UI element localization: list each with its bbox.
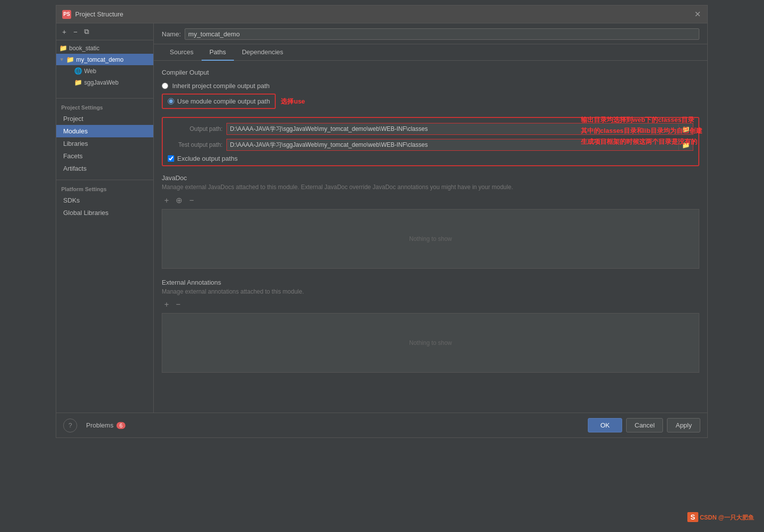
javadoc-add-from-btn[interactable]: ⊕ [173, 195, 185, 206]
radio-group: Inherit project compile output path Use … [162, 82, 699, 109]
apply-button[interactable]: Apply [667, 418, 700, 432]
tree-item-web[interactable]: 🌐 Web [56, 65, 153, 77]
sidebar-item-label: Facets [63, 152, 83, 160]
tab-sources[interactable]: Sources [162, 44, 202, 61]
exclude-checkbox[interactable] [168, 155, 174, 162]
radio-use[interactable] [168, 98, 174, 105]
name-input[interactable] [185, 28, 699, 40]
title-bar-left: PS Project Structure [62, 10, 123, 19]
sidebar-item-label: Global Libraries [63, 209, 109, 216]
add-module-button[interactable]: + [60, 27, 68, 37]
tree-item-label: Web [84, 68, 96, 75]
output-path-label: Output path: [168, 125, 222, 132]
sidebar-item-modules[interactable]: Modules [56, 125, 153, 137]
title-bar: PS Project Structure ✕ [56, 5, 707, 23]
dialog-title: Project Structure [75, 10, 123, 18]
radio-inherit[interactable] [162, 83, 168, 89]
annotation-line-1: 输出目录均选择到web下的classes目录 [581, 114, 702, 125]
javadoc-desc: Manage external JavaDocs attached to thi… [162, 184, 699, 191]
ext-annotations-remove-button[interactable]: − [173, 299, 183, 310]
problems-count-badge: 6 [116, 422, 125, 429]
bottom-bar: ? Problems 6 OK Cancel Apply [56, 413, 707, 437]
problems-panel[interactable]: Problems 6 [81, 420, 130, 431]
problems-label: Problems [86, 422, 113, 429]
ext-annotations-toolbar: + − [162, 299, 699, 310]
tree-item-book-static[interactable]: 📁 book_static [56, 42, 153, 54]
close-button[interactable]: ✕ [693, 10, 701, 18]
paths-content: Compiler Output Inherit project compile … [154, 61, 707, 413]
test-output-path-label: Test output path: [168, 141, 222, 148]
app-icon: PS [62, 10, 71, 19]
folder-icon: 📁 [74, 79, 82, 86]
cancel-button[interactable]: Cancel [626, 418, 663, 432]
ext-annotations-add-button[interactable]: + [162, 299, 171, 310]
tree-item-label: sggJavaWeb [84, 79, 118, 86]
name-label: Name: [162, 30, 181, 38]
copy-module-button[interactable]: ⧉ [82, 26, 91, 37]
javadoc-remove-button[interactable]: − [187, 195, 196, 206]
sidebar-item-label: Modules [63, 127, 88, 135]
project-settings-header: Project Settings [56, 102, 153, 112]
sidebar-item-global-libraries[interactable]: Global Libraries [56, 207, 153, 219]
sidebar-item-label: Project [63, 115, 83, 122]
ext-annotations-empty-list: Nothing to show [162, 313, 699, 373]
sidebar: + − ⧉ 📁 book_static ▼ 📁 my_tomcat_demo 🌐… [56, 23, 154, 413]
tab-dependencies[interactable]: Dependencies [234, 44, 291, 61]
folder-icon: 📁 [59, 44, 67, 52]
javadoc-title: JavaDoc [162, 174, 699, 182]
tabs-row: Sources Paths Dependencies [154, 44, 707, 61]
dialog-body: + − ⧉ 📁 book_static ▼ 📁 my_tomcat_demo 🌐… [56, 23, 707, 413]
platform-settings-header: Platform Settings [56, 183, 153, 194]
javadoc-empty-text: Nothing to show [409, 235, 452, 242]
javadoc-add-button[interactable]: + [162, 195, 171, 206]
ext-annotations-title: External Annotations [162, 279, 699, 286]
radio-row-use-wrapper: Use module compile output path 选择use [162, 94, 699, 109]
ok-button[interactable]: OK [588, 418, 622, 432]
sidebar-item-label: SDKs [63, 197, 80, 204]
tree-item-label: book_static [69, 45, 100, 52]
name-row: Name: [154, 23, 707, 44]
javadoc-section: JavaDoc Manage external JavaDocs attache… [162, 174, 699, 269]
javadoc-toolbar: + ⊕ − [162, 195, 699, 206]
bottom-left: ? Problems 6 [63, 419, 130, 432]
remove-module-button[interactable]: − [71, 27, 79, 37]
sidebar-item-project[interactable]: Project [56, 112, 153, 125]
radio-use-label: Use module compile output path [177, 98, 270, 105]
sidebar-item-facets[interactable]: Facets [56, 150, 153, 162]
use-module-box: Use module compile output path [162, 94, 276, 109]
tree-item-label: my_tomcat_demo [76, 56, 123, 63]
sidebar-item-artifacts[interactable]: Artifacts [56, 162, 153, 175]
module-tree: 📁 book_static ▼ 📁 my_tomcat_demo 🌐 Web 📁… [56, 40, 153, 90]
annotation-use-label: 选择use [281, 97, 305, 106]
folder-icon: 📁 [66, 56, 74, 63]
annotation-line-3: 生成项目框架的时候这两个目录是没有的 [581, 136, 702, 147]
chevron-down-icon: ▼ [59, 57, 64, 62]
ext-annotations-section: External Annotations Manage external ann… [162, 279, 699, 373]
javadoc-empty-list: Nothing to show [162, 209, 699, 269]
exclude-row: Exclude output paths [168, 155, 693, 162]
radio-inherit-label: Inherit project compile output path [172, 82, 270, 90]
sidebar-toolbar: + − ⧉ [56, 23, 153, 40]
annotation-block: 输出目录均选择到web下的classes目录 其中的classes目录和lib目… [581, 114, 702, 147]
ext-annotations-desc: Manage external annotations attached to … [162, 288, 699, 295]
project-structure-dialog: PS Project Structure ✕ + − ⧉ 📁 book_stat… [56, 5, 708, 438]
tree-item-sgg-java-web[interactable]: 📁 sggJavaWeb [56, 77, 153, 88]
platform-settings-section: Platform Settings SDKs Global Libraries [56, 180, 153, 219]
action-buttons: OK Cancel Apply [588, 418, 700, 432]
annotation-line-2: 其中的classes目录和lib目录均为自己创建 [581, 125, 702, 136]
watermark-text: CSDN @一只大肥鱼 [700, 514, 754, 521]
tab-paths[interactable]: Paths [202, 44, 234, 61]
exclude-label: Exclude output paths [177, 155, 237, 162]
sidebar-item-label: Artifacts [63, 165, 87, 172]
compiler-output-title: Compiler Output [162, 69, 699, 76]
help-button[interactable]: ? [63, 419, 77, 432]
sidebar-item-libraries[interactable]: Libraries [56, 137, 153, 150]
tree-item-my-tomcat-demo[interactable]: ▼ 📁 my_tomcat_demo [56, 54, 153, 65]
content-panel: Name: Sources Paths Dependencies Compile… [154, 23, 707, 413]
sidebar-item-sdks[interactable]: SDKs [56, 194, 153, 207]
folder-blue-icon: 🌐 [74, 67, 82, 75]
project-settings-section: Project Settings Project Modules Librari… [56, 98, 153, 175]
csdn-watermark: S CSDN @一只大肥鱼 [687, 513, 754, 522]
sidebar-item-label: Libraries [63, 140, 88, 147]
radio-row-inherit: Inherit project compile output path [162, 82, 699, 90]
